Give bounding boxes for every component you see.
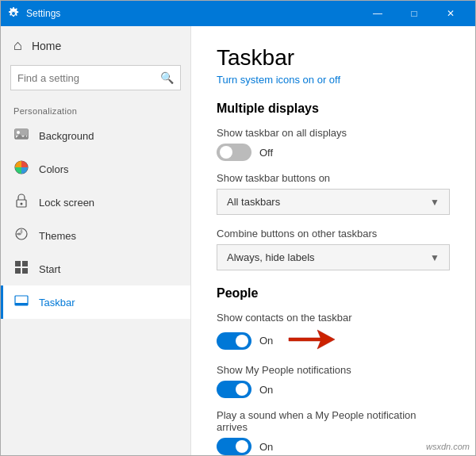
show-taskbar-buttons-dropdown[interactable]: All taskbars ▼ <box>217 189 450 215</box>
close-button[interactable]: ✕ <box>432 1 469 26</box>
start-icon <box>13 260 29 278</box>
background-icon <box>13 127 29 144</box>
show-my-people-notifications-row: Show My People notifications On <box>217 364 450 398</box>
sidebar-section-label: Personalization <box>1 100 190 119</box>
show-taskbar-buttons-on-row: Show taskbar buttons on All taskbars ▼ <box>217 172 450 215</box>
toggle-knob-my-people <box>236 383 248 396</box>
sidebar-themes-label: Themes <box>39 230 76 242</box>
sidebar-start-label: Start <box>39 263 60 275</box>
home-icon: ⌂ <box>13 37 22 54</box>
show-my-people-notifications-label: Show My People notifications <box>217 364 450 376</box>
combine-buttons-dropdown[interactable]: Always, hide labels ▼ <box>217 244 450 270</box>
show-taskbar-toggle-label: Off <box>259 147 273 159</box>
play-sound-label: Play a sound when a My People notificati… <box>217 409 450 433</box>
sidebar-home-label: Home <box>32 40 61 52</box>
app-container: ⌂ Home 🔍 Personalization Background <box>1 26 475 456</box>
sidebar-item-background[interactable]: Background <box>1 119 190 152</box>
lock-screen-icon <box>13 194 29 211</box>
show-contacts-toggle[interactable] <box>217 332 251 350</box>
page-title: Taskbar <box>217 45 450 71</box>
combine-buttons-label: Combine buttons on other taskbars <box>217 228 450 239</box>
multiple-displays-section: Multiple displays Show taskbar on all di… <box>217 102 450 270</box>
svg-rect-13 <box>15 303 28 305</box>
combine-buttons-value: Always, hide labels <box>227 251 315 263</box>
people-section: People Show contacts on the taskbar On <box>217 286 450 455</box>
sidebar-background-label: Background <box>39 130 94 142</box>
themes-icon <box>13 227 29 244</box>
title-bar-text: Settings <box>26 8 60 19</box>
play-sound-row: Play a sound when a My People notificati… <box>217 409 450 455</box>
show-contacts-toggle-row: On <box>217 328 450 353</box>
show-taskbar-all-displays-row: Show taskbar on all displays Off <box>217 127 450 161</box>
show-taskbar-buttons-on-label: Show taskbar buttons on <box>217 172 450 184</box>
show-my-people-toggle-label: On <box>259 384 273 396</box>
svg-rect-10 <box>15 268 21 274</box>
play-sound-toggle-label: On <box>259 441 273 453</box>
sidebar-taskbar-label: Taskbar <box>39 297 75 308</box>
sidebar-item-lock-screen[interactable]: Lock screen <box>1 186 190 219</box>
show-my-people-toggle[interactable] <box>217 381 251 398</box>
play-sound-toggle[interactable] <box>217 438 251 455</box>
show-taskbar-toggle-row: Off <box>217 144 450 161</box>
svg-marker-14 <box>289 330 335 349</box>
watermark: wsxdn.com <box>426 442 470 451</box>
svg-point-2 <box>17 131 20 134</box>
sidebar-item-home[interactable]: ⌂ Home <box>1 26 190 65</box>
sidebar-item-taskbar[interactable]: Taskbar <box>1 285 190 319</box>
show-contacts-row: Show contacts on the taskbar On <box>217 312 450 353</box>
combine-buttons-row: Combine buttons on other taskbars Always… <box>217 228 450 270</box>
system-icons-link[interactable]: Turn system icons on or off <box>217 74 450 86</box>
search-input[interactable] <box>17 72 160 84</box>
title-bar-controls: — □ ✕ <box>359 1 469 26</box>
sidebar-lock-screen-label: Lock screen <box>39 197 94 209</box>
toggle-knob-contacts <box>236 335 248 347</box>
title-bar: Settings — □ ✕ <box>1 1 475 26</box>
sidebar: ⌂ Home 🔍 Personalization Background <box>1 26 191 456</box>
toggle-knob-sound <box>236 440 248 453</box>
sidebar-item-start[interactable]: Start <box>1 252 190 285</box>
svg-rect-9 <box>22 261 28 266</box>
toggle-knob <box>220 146 232 159</box>
dropdown-arrow-icon: ▼ <box>430 197 440 208</box>
people-title: People <box>217 286 450 301</box>
show-taskbar-toggle[interactable] <box>217 144 251 161</box>
content-area: Taskbar Turn system icons on or off Mult… <box>191 26 475 456</box>
show-taskbar-buttons-value: All taskbars <box>227 196 280 208</box>
maximize-button[interactable]: □ <box>396 1 432 26</box>
settings-icon <box>7 7 20 20</box>
multiple-displays-title: Multiple displays <box>217 102 450 116</box>
show-contacts-toggle-label: On <box>259 335 273 347</box>
sidebar-item-themes[interactable]: Themes <box>1 219 190 252</box>
play-sound-toggle-row: On <box>217 438 450 455</box>
search-icon: 🔍 <box>160 71 174 84</box>
red-arrow-annotation <box>287 328 335 353</box>
taskbar-icon <box>13 293 29 311</box>
sidebar-item-colors[interactable]: Colors <box>1 152 190 186</box>
svg-rect-8 <box>15 261 21 266</box>
sidebar-colors-label: Colors <box>39 163 69 175</box>
svg-rect-11 <box>22 268 28 274</box>
colors-icon <box>13 160 29 178</box>
show-taskbar-all-displays-label: Show taskbar on all displays <box>217 127 450 139</box>
search-box: 🔍 <box>10 65 181 90</box>
show-my-people-toggle-row: On <box>217 381 450 398</box>
combine-dropdown-arrow-icon: ▼ <box>430 252 440 263</box>
minimize-button[interactable]: — <box>359 1 396 26</box>
svg-point-6 <box>21 203 23 205</box>
show-contacts-label: Show contacts on the taskbar <box>217 312 450 324</box>
